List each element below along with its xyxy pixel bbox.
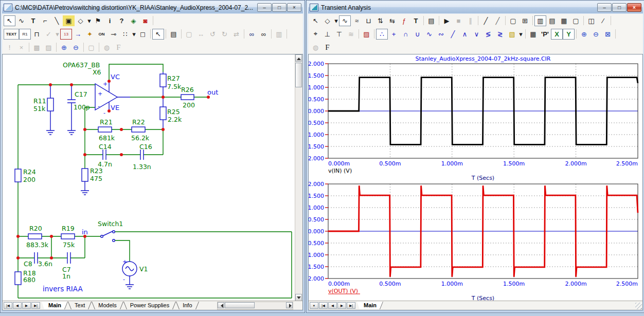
select-tool-button[interactable]: ↖ (310, 15, 321, 26)
grid-horizontal-button[interactable]: ▤ (546, 15, 558, 26)
zoom-out-button[interactable]: ⊖ (590, 29, 602, 40)
tab-models[interactable]: Models (92, 302, 123, 309)
tab-main[interactable]: Main (42, 302, 68, 309)
vertical-scroll-thumb[interactable] (295, 63, 302, 87)
global-low-button[interactable]: ≶ (482, 29, 494, 40)
split-plots-button[interactable]: ◫ (585, 15, 597, 26)
zoom-rect-button[interactable]: ⊔ (363, 15, 374, 26)
horizontal-scroll-thumb[interactable] (225, 302, 255, 308)
slope-button[interactable]: ∕ (597, 15, 609, 26)
resistor-r18[interactable] (15, 272, 21, 285)
text-button[interactable]: TEXT (4, 29, 19, 40)
schematic-canvas[interactable]: OPA637_BB X6 R1151k C17100p R277.5k R262… (3, 54, 296, 302)
p-key-button[interactable]: 'P' (539, 29, 551, 40)
enable-disable-button[interactable]: ◙ (139, 15, 151, 26)
font-button[interactable]: F (321, 42, 333, 53)
slope-cursor-button[interactable]: ╱ (447, 29, 459, 40)
select-tool-button[interactable]: ↖ (4, 15, 15, 26)
resistor-r21[interactable] (98, 127, 112, 132)
color-button[interactable]: ▨ (361, 29, 372, 40)
text-mode-button[interactable]: T (27, 15, 39, 26)
global-high-button[interactable]: ∨ (471, 29, 482, 40)
tab-power-supplies[interactable]: Power Supplies (123, 302, 176, 309)
x-scale-button[interactable]: X (551, 29, 563, 40)
vertical-scrollbar[interactable] (295, 54, 302, 301)
tab-main[interactable]: Main (357, 302, 383, 309)
properties-button[interactable]: ▤ (168, 29, 180, 40)
grid-both-button[interactable]: ▦ (558, 15, 570, 26)
grid-none-button[interactable]: ▢ (570, 15, 582, 26)
data-points-button[interactable]: ∴ (376, 29, 388, 40)
schematic-titlebar[interactable]: C:\MC9\DATA\Petrov\switching distortion\… (2, 2, 303, 13)
on-off-button[interactable]: ON (96, 29, 108, 40)
resistor-r20[interactable] (28, 234, 42, 239)
pages-dropdown-button[interactable]: ▾ (310, 302, 318, 309)
resistor-r11[interactable] (46, 85, 55, 135)
numeric-output-button[interactable]: ▦ (527, 29, 539, 40)
page-last-button[interactable]: ▶| (347, 302, 355, 309)
power-probe-button[interactable]: ✦ (84, 29, 96, 40)
shape-button[interactable]: ◇ (321, 15, 333, 26)
web-page-button[interactable]: ◈ (128, 15, 139, 26)
tokens-button[interactable]: + (388, 29, 400, 40)
close-button[interactable]: × (287, 3, 301, 12)
zoom-in-button[interactable]: ⊕ (58, 42, 70, 53)
shape-dropdown[interactable]: ▾ (333, 15, 339, 26)
capacitor-c8[interactable] (34, 252, 38, 264)
horizontal-scrollbar[interactable] (217, 302, 293, 310)
page-next-button[interactable]: ▶ (22, 302, 31, 309)
scroll-down-button[interactable] (295, 294, 302, 301)
cursor-mode-button[interactable]: ↖ (152, 29, 164, 40)
resistor-r24[interactable] (15, 169, 21, 182)
ortho-wire-button[interactable]: ⌐ (39, 15, 51, 26)
page-prev-button[interactable]: ◀ (328, 302, 337, 309)
high-button[interactable]: ∿ (423, 29, 435, 40)
component-button[interactable]: ▣ (63, 15, 75, 26)
scroll-up-button[interactable] (295, 54, 302, 62)
scroll-right-button[interactable] (286, 302, 293, 308)
border-button[interactable]: ◻ (137, 29, 149, 40)
node-numbers-button[interactable]: 13 (60, 29, 72, 40)
resistor-r23[interactable] (81, 169, 89, 195)
tab-text[interactable]: Text (68, 302, 92, 309)
cursor-mode-button[interactable]: ≈ (351, 15, 363, 26)
page-next-button[interactable]: ▶ (337, 302, 346, 309)
show-attribute-button[interactable]: R1 (19, 29, 31, 40)
capacitor-c16[interactable] (140, 150, 144, 160)
animate-button[interactable]: ▧ (506, 29, 518, 40)
inflection-button[interactable]: ∧ (459, 29, 471, 40)
vertical-tag-button[interactable]: ⇅ (374, 15, 386, 26)
go-to-y-button[interactable]: ⊥ (321, 29, 333, 40)
envelope-button[interactable]: ≷ (494, 29, 506, 40)
switch-sw1[interactable] (101, 231, 115, 242)
horizontal-tag-button[interactable]: ⇆ (386, 15, 398, 26)
line-button[interactable]: ╱ (480, 15, 492, 26)
resistor-r26[interactable] (181, 95, 194, 100)
lead-button[interactable]: ⊸ (108, 29, 119, 40)
current-probe-button[interactable]: → (72, 29, 84, 40)
page-first-button[interactable]: |◀ (4, 302, 12, 309)
go-to-x-button[interactable]: ⌖ (310, 29, 321, 40)
y-scale-button[interactable]: Y (563, 29, 575, 40)
search-button[interactable]: ∞ (246, 29, 258, 40)
shape-dropdown[interactable]: ▾ (86, 15, 92, 26)
shape-button[interactable]: ◇ (75, 15, 86, 26)
peak-button[interactable]: ∩ (400, 29, 412, 40)
text-mode-button[interactable]: T (410, 15, 422, 26)
transient-plots[interactable]: 2.0001.5001.0000.5000.000-0.500-1.000-1.… (309, 54, 643, 302)
tab-info[interactable]: Info (176, 302, 199, 309)
maximize-button[interactable]: □ (272, 3, 287, 12)
resistor-r25[interactable] (160, 107, 166, 129)
select-area-button[interactable]: ▢ (507, 15, 519, 26)
pin-numbers-button[interactable]: ⊓ (31, 29, 43, 40)
info-mode-button[interactable]: i (104, 15, 116, 26)
grid-vertical-button[interactable]: ▥ (534, 15, 546, 26)
minimize-button[interactable]: – (597, 3, 612, 12)
wire-mode-button[interactable]: ∿ (15, 15, 27, 26)
grid-button[interactable]: ∷ (119, 29, 131, 40)
scroll-left-button[interactable] (218, 302, 224, 308)
page-last-button[interactable]: ▶| (31, 302, 40, 309)
maximize-button[interactable]: □ (612, 3, 627, 12)
capacitor-c14[interactable] (103, 150, 106, 160)
help-mode-button[interactable]: ? (116, 15, 128, 26)
